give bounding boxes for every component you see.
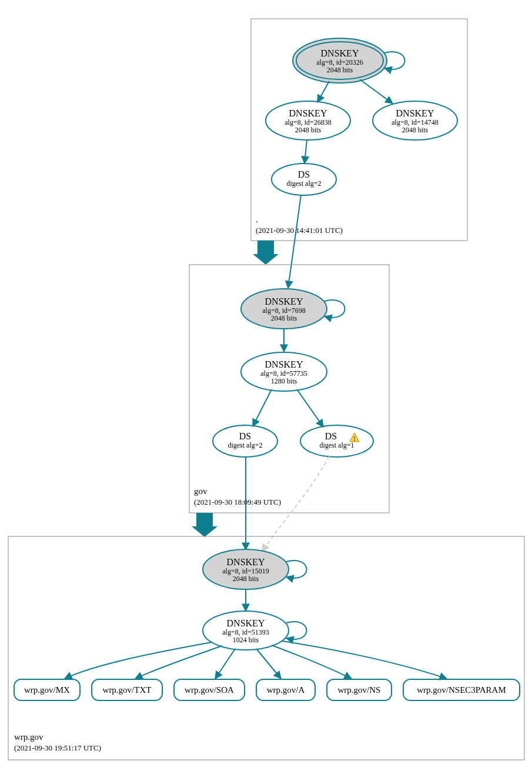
self-loop-gov-ksk [324, 300, 345, 318]
svg-text:alg=8, id=14748: alg=8, id=14748 [392, 118, 439, 126]
root-ksk-l2: 2048 bits [327, 66, 353, 74]
edge-govzsk-ds2 [297, 389, 323, 427]
rr-soa: wrp.gov/SOA [174, 679, 245, 700]
node-root-ds: DS digest alg=2 [272, 164, 336, 195]
svg-text:2048 bits: 2048 bits [295, 126, 322, 134]
node-gov-ds2: DS digest alg=1 ! [300, 425, 373, 457]
svg-text:wrp.gov/TXT: wrp.gov/TXT [103, 685, 152, 695]
zone-ts-root: (2021-09-30 14:41:01 UTC) [256, 226, 343, 235]
svg-text:digest alg=2: digest alg=2 [227, 441, 262, 449]
svg-text:alg=8, id=51393: alg=8, id=51393 [222, 628, 269, 636]
edge-zsk-soa [215, 649, 235, 679]
svg-text:wrp.gov/NS: wrp.gov/NS [338, 685, 381, 695]
self-loop-wrp-ksk [286, 561, 307, 578]
svg-text:alg=8, id=26838: alg=8, id=26838 [285, 118, 332, 126]
self-loop-wrp-zsk [286, 622, 307, 639]
node-wrp-zsk: DNSKEY alg=8, id=51393 1024 bits [203, 611, 289, 650]
zone-ts-gov: (2021-09-30 18:09:49 UTC) [194, 498, 281, 506]
svg-text:DNSKEY: DNSKEY [396, 108, 434, 118]
edge-rootzsk-ds [305, 140, 307, 164]
node-root-zsk2: DNSKEY alg=8, id=14748 2048 bits [373, 101, 457, 140]
node-gov-zsk: DNSKEY alg=8, id=57735 1280 bits [241, 352, 327, 391]
rr-nsec: wrp.gov/NSEC3PARAM [403, 679, 520, 700]
rr-a: wrp.gov/A [256, 679, 315, 700]
svg-text:DNSKEY: DNSKEY [227, 618, 265, 628]
zone-name-root: . [256, 215, 258, 224]
self-loop-root-ksk [384, 52, 405, 69]
svg-text:DNSKEY: DNSKEY [265, 296, 303, 306]
svg-text:2048 bits: 2048 bits [233, 575, 259, 583]
rr-txt: wrp.gov/TXT [92, 679, 162, 700]
svg-text:alg=8, id=15019: alg=8, id=15019 [222, 567, 269, 575]
edge-zsk-nsec [282, 641, 447, 679]
delegation-arrow-root-gov [253, 241, 279, 265]
svg-text:DS: DS [239, 431, 251, 441]
svg-text:1024 bits: 1024 bits [233, 636, 259, 644]
edge-zsk-txt [135, 646, 222, 679]
edge-zsk-a [256, 649, 281, 679]
rr-ns: wrp.gov/NS [327, 679, 392, 700]
svg-text:digest alg=2: digest alg=2 [286, 179, 321, 188]
node-root-ksk: DNSKEY alg=8, id=20326 2048 bits [293, 38, 387, 83]
zone-name-wrp: wrp.gov [14, 732, 44, 742]
svg-text:alg=8, id=7698: alg=8, id=7698 [262, 306, 306, 315]
node-gov-ds1: DS digest alg=2 [213, 425, 277, 457]
zone-ts-wrp: (2021-09-30 19:51:17 UTC) [14, 743, 101, 752]
svg-text:1280 bits: 1280 bits [271, 377, 297, 385]
svg-text:DNSKEY: DNSKEY [289, 108, 327, 118]
svg-text:2048 bits: 2048 bits [402, 126, 429, 134]
zone-name-gov: gov [194, 486, 208, 496]
edge-rootksk-zsk2 [360, 79, 393, 104]
svg-text:alg=8, id=57735: alg=8, id=57735 [260, 369, 307, 378]
svg-text:wrp.gov/NSEC3PARAM: wrp.gov/NSEC3PARAM [417, 685, 506, 695]
svg-text:wrp.gov/A: wrp.gov/A [267, 685, 305, 695]
node-root-zsk1: DNSKEY alg=8, id=26838 2048 bits [266, 101, 350, 140]
edge-zsk-ns [272, 645, 352, 679]
rr-mx: wrp.gov/MX [14, 679, 80, 700]
delegation-arrow-gov-wrp [192, 513, 218, 537]
svg-text:digest alg=1: digest alg=1 [319, 441, 354, 449]
node-gov-ksk: DNSKEY alg=8, id=7698 2048 bits [241, 289, 327, 329]
root-ksk-title: DNSKEY [321, 48, 359, 58]
svg-text:!: ! [353, 435, 356, 443]
svg-text:DS: DS [298, 169, 310, 179]
edge-zsk-mx [65, 642, 212, 679]
svg-text:wrp.gov/SOA: wrp.gov/SOA [185, 685, 234, 695]
svg-text:2048 bits: 2048 bits [271, 314, 297, 322]
root-ksk-l1: alg=8, id=20326 [316, 58, 363, 66]
node-wrp-ksk: DNSKEY alg=8, id=15019 2048 bits [203, 549, 289, 589]
edge-rootds-govksk [288, 195, 301, 288]
svg-text:DNSKEY: DNSKEY [227, 557, 265, 567]
svg-text:wrp.gov/MX: wrp.gov/MX [24, 685, 70, 695]
svg-text:DS: DS [325, 431, 337, 441]
edge-govzsk-ds1 [253, 389, 272, 426]
edge-rootksk-zsk1 [317, 81, 329, 102]
svg-text:DNSKEY: DNSKEY [265, 359, 303, 369]
